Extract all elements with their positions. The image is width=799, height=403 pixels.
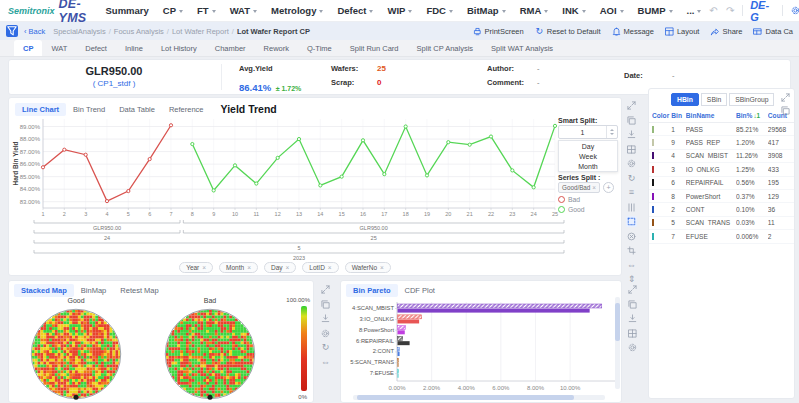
expand-icon[interactable]: [780, 92, 791, 103]
close-icon[interactable]: ×: [202, 264, 206, 271]
nav-item-cp[interactable]: CP: [156, 5, 190, 16]
smart-split-input[interactable]: 1: [558, 125, 618, 139]
step-down-icon[interactable]: [610, 133, 614, 135]
nav-item-defect[interactable]: Defect: [330, 5, 380, 16]
breadcrumb-part[interactable]: SpecialAnalysis: [53, 27, 106, 36]
close-icon[interactable]: ×: [328, 264, 332, 271]
filter-chip-lotid[interactable]: LotID×: [302, 262, 338, 273]
bin-pareto-chart[interactable]: 0.00%2.00%4.00%6.00%8.00%10.00%4:SCAN_MB…: [341, 297, 621, 401]
expand-icon[interactable]: [626, 100, 637, 111]
action-message[interactable]: Message: [612, 27, 654, 36]
table-row[interactable]: 9PASS_REP1.20%417: [649, 136, 794, 149]
yield-trend-chart[interactable]: 83.00%84.00%85.00%86.00%87.00%88.00%89.0…: [9, 114, 623, 270]
bin-tab-sbingroup[interactable]: SBinGroup: [729, 93, 774, 106]
filter-chip-day[interactable]: Day×: [264, 262, 296, 273]
pareto-tab-cdf-plot[interactable]: CDF Plot: [398, 284, 442, 297]
close-icon[interactable]: ×: [380, 264, 384, 271]
horizontal-scrollbar[interactable]: [353, 395, 605, 400]
wafer-map-bad[interactable]: Bad: [160, 297, 260, 403]
clone-icon[interactable]: [320, 299, 331, 310]
action-layout[interactable]: Layout: [665, 27, 700, 36]
series-split-tag[interactable]: Good/Bad ×: [558, 182, 600, 193]
table-row[interactable]: 1PASS85.21%29568: [649, 123, 794, 136]
action-data-ca[interactable]: Data Ca: [753, 27, 793, 36]
nav-item-bitmap[interactable]: BitMap: [460, 5, 513, 16]
filter-funnel-icon[interactable]: [6, 25, 18, 37]
download-icon[interactable]: [627, 313, 638, 324]
table-row[interactable]: 5SCAN_TRANS0.03%11: [649, 217, 794, 230]
vertical-scrollbar[interactable]: [615, 297, 620, 389]
legend-bad[interactable]: Bad: [558, 196, 618, 203]
nav-item-ft[interactable]: FT: [190, 5, 223, 16]
nav-item-ink[interactable]: INK: [555, 5, 592, 16]
add-split-button[interactable]: +: [603, 182, 614, 193]
filter-chip-month[interactable]: Month×: [219, 262, 258, 273]
arrows-h-icon[interactable]: ⇔: [626, 260, 637, 271]
wafer-map-good[interactable]: Good: [26, 297, 126, 403]
column-header-bin[interactable]: Bin: [671, 112, 685, 119]
tab-inline[interactable]: Inline: [116, 40, 152, 56]
expand-icon[interactable]: [627, 284, 638, 295]
legend-good[interactable]: Good: [558, 206, 618, 213]
nav-item-wip[interactable]: WIP: [380, 5, 419, 16]
split-option-week[interactable]: Week: [559, 151, 617, 161]
gear-icon[interactable]: [626, 158, 637, 169]
pareto-tab-bin-pareto[interactable]: Bin Pareto: [346, 284, 398, 297]
grid-icon[interactable]: [627, 328, 638, 339]
split-option-month[interactable]: Month: [559, 161, 617, 171]
sort-desc-icon[interactable]: ↓1: [753, 112, 760, 119]
action-share[interactable]: Share: [710, 27, 742, 36]
table-row[interactable]: 7EFUSE0.006%2: [649, 230, 794, 243]
tab-wat[interactable]: WAT: [42, 40, 76, 56]
column-header-binname[interactable]: BinName: [686, 112, 736, 119]
breadcrumb-part[interactable]: Focus Analysis: [114, 27, 164, 36]
download-icon[interactable]: [626, 129, 637, 140]
config-button[interactable]: Config: [790, 5, 799, 16]
close-icon[interactable]: ×: [286, 264, 290, 271]
back-button[interactable]: ‹ Back: [24, 27, 45, 36]
expand-icon[interactable]: [320, 284, 331, 295]
column-header-color[interactable]: Color: [652, 112, 671, 119]
column-header-bin[interactable]: Bin%↓1: [736, 112, 768, 119]
nav-item-[interactable]: ...: [680, 5, 709, 16]
filter-chip-waferno[interactable]: WaferNo×: [345, 262, 391, 273]
bin-tab-sbin[interactable]: SBin: [701, 93, 727, 106]
clone-icon[interactable]: [627, 299, 638, 310]
refresh-icon[interactable]: ↻: [320, 342, 331, 353]
gear-icon[interactable]: [627, 342, 638, 353]
table-row[interactable]: 8PowerShort0.37%129: [649, 190, 794, 203]
tab-defect[interactable]: Defect: [76, 40, 116, 56]
action-reset-to-default[interactable]: ↻Reset to Default: [535, 27, 601, 36]
list-icon[interactable]: ≡: [626, 187, 637, 198]
stepper[interactable]: [606, 126, 617, 138]
tab-chamber[interactable]: Chamber: [206, 40, 255, 56]
arrows-h-icon[interactable]: ⇔: [320, 357, 331, 368]
table-row[interactable]: 6REPAIRFAIL0.56%195: [649, 177, 794, 190]
breadcrumb-part[interactable]: Lot Wafer Report: [172, 27, 229, 36]
nav-item-rma[interactable]: RMA: [513, 5, 556, 16]
smart-split-value[interactable]: 1: [559, 129, 606, 136]
map-tab-stacked-map[interactable]: Stacked Map: [14, 284, 74, 297]
split-option-day[interactable]: Day: [559, 141, 617, 151]
nav-item-bump[interactable]: BUMP: [631, 5, 680, 16]
tab-lot-history[interactable]: Lot History: [152, 40, 206, 56]
close-icon[interactable]: ×: [592, 184, 596, 191]
nav-item-metrology[interactable]: Metrology: [264, 5, 330, 16]
select-box-icon[interactable]: [626, 216, 637, 227]
nav-item-fdc[interactable]: FDC: [419, 5, 460, 16]
nav-item-wat[interactable]: WAT: [223, 5, 264, 16]
clone-icon[interactable]: [780, 105, 791, 116]
grid-icon[interactable]: [626, 144, 637, 155]
download-icon[interactable]: [320, 313, 331, 324]
tab-q-time[interactable]: Q-Time: [298, 40, 341, 56]
map-tab-retest-map[interactable]: Retest Map: [113, 284, 165, 297]
action-printscreen[interactable]: PrintScreen: [473, 27, 524, 36]
nav-item-aoi[interactable]: AOI: [593, 5, 631, 16]
table-row[interactable]: 3IO_ONLKG1.25%433: [649, 163, 794, 176]
circle-x-icon[interactable]: [626, 231, 637, 242]
tab-split-cp-analysis[interactable]: Split CP Analysis: [408, 40, 483, 56]
close-icon[interactable]: ×: [247, 264, 251, 271]
lot-test-program[interactable]: ( CP1_stdf ): [9, 79, 219, 88]
table-row[interactable]: 2CONT0.10%36: [649, 203, 794, 216]
columns-icon[interactable]: [626, 202, 637, 213]
